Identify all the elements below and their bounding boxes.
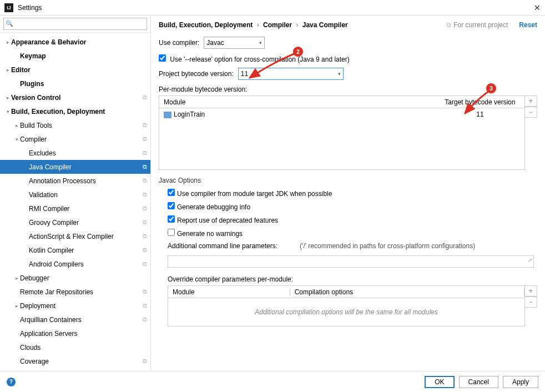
remove-override-button[interactable]: − (525, 296, 537, 308)
cb-target-jdk[interactable]: Use compiler from module target JDK when… (168, 190, 332, 198)
project-scope-icon: ⧉ (143, 219, 147, 226)
crumb-1[interactable]: Compiler (263, 21, 292, 29)
project-scope-icon: ⧉ (143, 260, 147, 268)
tree-item-excludes[interactable]: Excludes⧉ (0, 146, 150, 160)
params-hint: ('/' recommended in paths for cross-plat… (300, 242, 475, 250)
override-table[interactable]: Module Compilation options Additional co… (168, 285, 525, 326)
tree-item-rmi-compiler[interactable]: RMI Compiler⧉ (0, 202, 150, 215)
params-input[interactable]: ⤢ (168, 255, 534, 268)
tree-item-label: Editor (11, 66, 147, 74)
chevron-icon: ▸ (4, 39, 11, 45)
tree-item-label: Keymap (20, 52, 147, 60)
tree-item-label: Version Control (11, 94, 143, 102)
use-compiler-select[interactable]: Javac▾ (204, 37, 265, 49)
apply-button[interactable]: Apply (503, 376, 538, 388)
chevron-icon: ▾ (4, 109, 11, 114)
override-empty: Additional compilation options will be t… (168, 298, 524, 326)
tree-item-coverage[interactable]: Coverage⧉ (0, 354, 150, 368)
use-compiler-label: Use compiler: (159, 39, 199, 47)
module-table[interactable]: Module Target bytecode version LoginTrai… (159, 96, 525, 170)
tree-item-android-compilers[interactable]: Android Compilers⧉ (0, 257, 150, 271)
cb-debug-info[interactable]: Generate debugging info (168, 203, 250, 211)
cb-no-warnings[interactable]: Generate no warnings (168, 230, 243, 238)
crumb-0[interactable]: Build, Execution, Deployment (159, 21, 253, 29)
remove-module-button[interactable]: − (525, 107, 537, 118)
callout-3: 3 (486, 83, 496, 93)
tree-item-label: Validation (29, 191, 143, 199)
tree-item-annotation-processors[interactable]: Annotation Processors⧉ (0, 174, 150, 188)
tree-item-remote-jar-repositories[interactable]: Remote Jar Repositories⧉ (0, 285, 150, 299)
cancel-button[interactable]: Cancel (459, 376, 498, 388)
search-input[interactable] (3, 18, 147, 30)
tree-item-build-tools[interactable]: ▸Build Tools⧉ (0, 118, 150, 132)
tree-item-label: Clouds (20, 344, 147, 351)
tree-item-keymap[interactable]: Keymap (0, 49, 150, 63)
add-module-button[interactable]: + (525, 96, 537, 107)
table-row[interactable]: LoginTrain11 (159, 108, 524, 120)
settings-tree[interactable]: ▸Appearance & BehaviorKeymap▸EditorPlugi… (0, 33, 150, 371)
help-icon[interactable]: ? (7, 378, 16, 386)
release-checkbox[interactable] (159, 54, 166, 62)
chevron-icon: ▸ (4, 67, 11, 73)
callout-2: 2 (293, 47, 303, 57)
tree-item-label: Coverage (20, 358, 143, 365)
tree-item-arquillian-containers[interactable]: Arquillian Containers⧉ (0, 313, 150, 326)
project-scope-icon: ⧉ (143, 149, 147, 157)
chevron-icon: ▸ (13, 303, 20, 309)
tree-item-label: Java Compiler (29, 163, 143, 171)
add-override-button[interactable]: + (525, 285, 537, 296)
tree-item-compiler[interactable]: ▾Compiler⧉ (0, 132, 150, 146)
tree-item-appearance-behavior[interactable]: ▸Appearance & Behavior (0, 35, 150, 49)
tree-item-label: Appearance & Behavior (11, 38, 147, 46)
reset-link[interactable]: Reset (519, 21, 537, 29)
tree-item-label: Compiler (20, 135, 143, 143)
project-scope-icon: ⧉ (143, 233, 147, 240)
module-icon (164, 112, 171, 118)
th-override-options: Compilation options (290, 288, 524, 296)
tree-item-deployment[interactable]: ▸Deployment⧉ (0, 299, 150, 313)
tree-item-label: ActionScript & Flex Compiler (29, 233, 143, 240)
tree-item-label: Remote Jar Repositories (20, 288, 143, 296)
tree-item-label: Groovy Compiler (29, 219, 143, 227)
breadcrumb: Build, Execution, Deployment › Compiler … (159, 21, 348, 29)
tree-item-groovy-compiler[interactable]: Groovy Compiler⧉ (0, 215, 150, 229)
cb-deprecated[interactable]: Report use of deprecated features (168, 217, 278, 224)
tree-item-plugins[interactable]: Plugins (0, 77, 150, 91)
content-panel: Build, Execution, Deployment › Compiler … (151, 16, 545, 371)
module-table-wrap: Module Target bytecode version LoginTrai… (159, 96, 537, 170)
close-icon[interactable]: ✕ (534, 3, 541, 12)
project-scope-icon: ⧉ (143, 205, 147, 212)
tree-item-debugger[interactable]: ▸Debugger (0, 271, 150, 285)
tree-item-kotlin-compiler[interactable]: Kotlin Compiler⧉ (0, 243, 150, 257)
release-checkbox-row[interactable]: Use '--release' option for cross-compila… (159, 56, 350, 63)
search-container: 🔍 (0, 16, 150, 33)
tree-item-build-execution-deployment[interactable]: ▾Build, Execution, Deployment (0, 104, 150, 118)
chevron-icon: ▸ (13, 123, 20, 128)
tree-item-label: Kotlin Compiler (29, 247, 143, 254)
tree-item-validation[interactable]: Validation⧉ (0, 188, 150, 202)
sidebar: 🔍 ▸Appearance & BehaviorKeymap▸EditorPlu… (0, 16, 151, 371)
header: Build, Execution, Deployment › Compiler … (159, 21, 537, 29)
expand-icon[interactable]: ⤢ (528, 257, 532, 263)
tree-item-editor[interactable]: ▸Editor (0, 63, 150, 77)
project-scope-icon: ⧉ (143, 358, 147, 365)
bytecode-select[interactable]: 11▾ (238, 68, 344, 80)
footer: ? OK Cancel Apply (0, 371, 545, 392)
tree-item-version-control[interactable]: ▸Version Control⧉ (0, 91, 150, 104)
tree-item-label: Plugins (20, 80, 147, 88)
copy-icon: ⧉ (446, 21, 451, 29)
project-scope-icon: ⧉ (143, 316, 147, 323)
tree-item-java-compiler[interactable]: Java Compiler⧉ (0, 160, 150, 174)
tree-item-actionscript-flex-compiler[interactable]: ActionScript & Flex Compiler⧉ (0, 229, 150, 243)
chevron-icon: ▾ (13, 137, 20, 142)
crumb-2: Java Compiler (302, 21, 348, 29)
params-label: Additional command line parameters: (168, 242, 277, 250)
tree-item-application-servers[interactable]: Application Servers (0, 326, 150, 340)
tree-item-label: Debugger (20, 274, 147, 282)
tree-item-clouds[interactable]: Clouds (0, 340, 150, 354)
ok-button[interactable]: OK (425, 376, 454, 388)
th-target: Target bytecode version (436, 98, 524, 106)
titlebar: IJ Settings ✕ (0, 0, 545, 16)
tree-item-label: Arquillian Containers (20, 316, 143, 324)
search-icon: 🔍 (6, 20, 13, 27)
